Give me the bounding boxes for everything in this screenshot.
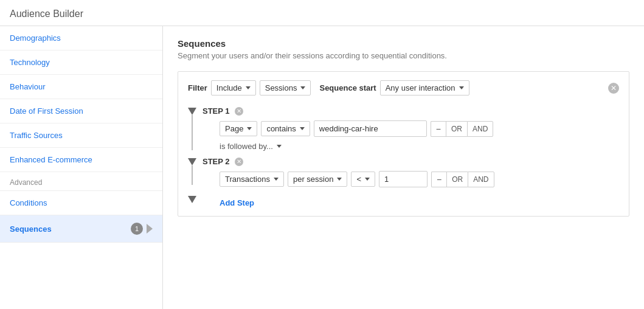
- sidebar: Demographics Technology Behaviour Date o…: [0, 26, 163, 309]
- sequences-badge: 1: [131, 223, 143, 235]
- step2-header: STEP 2 ✕: [203, 157, 619, 166]
- filter-bar: Filter Include Sessions Sequence start A…: [188, 80, 619, 95]
- sidebar-item-demographics[interactable]: Demographics: [0, 26, 162, 50]
- sequences-active-indicator: 1: [131, 223, 153, 235]
- step2-or-button[interactable]: OR: [446, 172, 468, 187]
- sidebar-item-behaviour[interactable]: Behaviour: [0, 75, 162, 99]
- step1-operator-chevron-icon: [300, 127, 305, 130]
- sidebar-item-date-of-first-session[interactable]: Date of First Session: [0, 99, 162, 123]
- step2-per-session-dropdown[interactable]: per session: [288, 172, 347, 187]
- sidebar-item-enhanced-ecommerce[interactable]: Enhanced E-commerce: [0, 148, 162, 172]
- followed-by-chevron-icon: [277, 145, 282, 148]
- sequence-start-label: Sequence start: [319, 83, 376, 92]
- step2-close-button[interactable]: ✕: [235, 158, 243, 166]
- step2-and-button[interactable]: AND: [468, 172, 494, 187]
- add-step-triangle-icon: [188, 196, 196, 203]
- step2-minus-button[interactable]: −: [431, 172, 446, 187]
- step1-or-button[interactable]: OR: [446, 121, 467, 137]
- step2-comparator-chevron-icon: [365, 178, 370, 181]
- step1-minus-button[interactable]: −: [431, 121, 446, 137]
- content-area: Sequences Segment your users and/or thei…: [163, 26, 644, 309]
- step2-transactions-dropdown[interactable]: Transactions: [220, 172, 284, 187]
- app-title: Audience Builder: [10, 9, 83, 19]
- step2-per-session-chevron-icon: [337, 178, 342, 181]
- step2-condition-row: Transactions per session <: [220, 171, 619, 187]
- step2-button-group: − OR AND: [431, 172, 494, 187]
- step1-page-chevron-icon: [247, 127, 252, 130]
- sidebar-item-sequences[interactable]: Sequences 1: [0, 215, 162, 243]
- add-step-button[interactable]: Add Step: [220, 198, 254, 207]
- sessions-chevron-icon: [300, 86, 305, 89]
- followed-by-dropdown[interactable]: is followed by...: [220, 142, 619, 151]
- step1-and-button[interactable]: AND: [467, 121, 493, 137]
- any-user-interaction-chevron-icon: [459, 86, 464, 89]
- app-header: Audience Builder: [0, 0, 644, 26]
- sidebar-item-technology[interactable]: Technology: [0, 50, 162, 75]
- step2-value-input[interactable]: [379, 171, 428, 187]
- step1-connector-line: [192, 115, 193, 150]
- step2-comparator-dropdown[interactable]: <: [351, 172, 375, 187]
- step1-operator-dropdown[interactable]: contains: [261, 121, 310, 136]
- advanced-section-label: Advanced: [0, 172, 162, 191]
- step1-close-button[interactable]: ✕: [235, 107, 243, 116]
- step2-connector-line: [192, 165, 193, 185]
- include-chevron-icon: [246, 86, 251, 89]
- step1-button-group: − OR AND: [431, 121, 494, 137]
- step1-triangle-icon: [188, 108, 196, 115]
- sidebar-item-traffic-sources[interactable]: Traffic Sources: [0, 123, 162, 148]
- filter-label: Filter: [188, 83, 207, 92]
- steps-container: STEP 1 ✕ Page contains: [188, 106, 619, 207]
- step1-page-dropdown[interactable]: Page: [220, 121, 257, 136]
- sessions-dropdown[interactable]: Sessions: [260, 80, 311, 95]
- step1-value-input[interactable]: [314, 120, 427, 137]
- include-dropdown[interactable]: Include: [211, 80, 256, 95]
- step1-header: STEP 1 ✕: [203, 106, 619, 116]
- step2-title: STEP 2: [203, 157, 230, 166]
- step2-triangle-icon: [188, 158, 196, 165]
- filter-panel: Filter Include Sessions Sequence start A…: [178, 71, 629, 217]
- any-user-interaction-dropdown[interactable]: Any user interaction: [380, 80, 469, 95]
- step2-transactions-chevron-icon: [274, 178, 279, 181]
- sidebar-item-conditions[interactable]: Conditions: [0, 191, 162, 215]
- filter-close-button[interactable]: ✕: [608, 83, 619, 94]
- step1-condition-row: Page contains − OR: [220, 120, 619, 137]
- section-description: Segment your users and/or their sessions…: [178, 51, 629, 60]
- step1-title: STEP 1: [203, 106, 230, 116]
- arrow-right-icon: [147, 224, 153, 234]
- section-title: Sequences: [178, 38, 629, 49]
